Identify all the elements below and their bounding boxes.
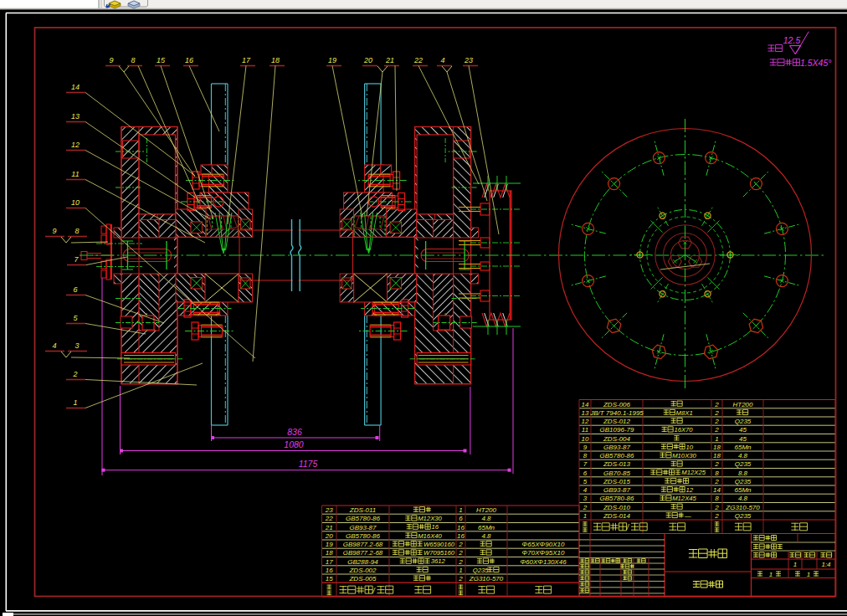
- svg-text:ZDS-010: ZDS-010: [603, 504, 631, 511]
- svg-text:4.8: 4.8: [738, 452, 748, 459]
- svg-text:16: 16: [326, 567, 333, 574]
- svg-text:15: 15: [157, 56, 166, 64]
- svg-text:M8X1: M8X1: [676, 409, 693, 417]
- svg-text:Φ70XΦ95X10: Φ70XΦ95X10: [522, 549, 565, 557]
- svg-text:1: 1: [769, 571, 773, 578]
- svg-text:2: 2: [714, 409, 719, 417]
- svg-text:22: 22: [413, 56, 423, 64]
- svg-text:14: 14: [713, 486, 721, 494]
- svg-text:16: 16: [431, 523, 439, 531]
- svg-text:45: 45: [739, 426, 747, 434]
- svg-text:Φ60XΦ130X46: Φ60XΦ130X46: [520, 558, 567, 566]
- svg-text:4: 4: [583, 486, 588, 494]
- svg-text:17: 17: [242, 56, 251, 64]
- svg-text:ZG310-570: ZG310-570: [725, 504, 760, 511]
- svg-text:ZDS-005: ZDS-005: [348, 575, 377, 583]
- svg-text:M10X30: M10X30: [672, 452, 696, 459]
- svg-text:9: 9: [52, 227, 56, 235]
- svg-text:45: 45: [739, 435, 747, 443]
- svg-text:Q235: Q235: [473, 567, 490, 574]
- svg-text:20: 20: [325, 532, 333, 540]
- svg-text:Φ65XΦ90X10: Φ65XΦ90X10: [522, 541, 565, 548]
- svg-text:12.5: 12.5: [783, 35, 801, 45]
- svg-text:5: 5: [583, 478, 588, 485]
- svg-text:GB1096-79: GB1096-79: [600, 426, 634, 434]
- svg-text:1: 1: [715, 435, 718, 443]
- svg-text:1: 1: [459, 506, 462, 514]
- svg-text:M12X45: M12X45: [672, 495, 696, 502]
- svg-text:23: 23: [325, 506, 333, 514]
- svg-text:65Mn: 65Mn: [734, 444, 752, 451]
- svg-text:21: 21: [325, 524, 333, 531]
- svg-text:8: 8: [715, 495, 719, 502]
- svg-text:1:4: 1:4: [821, 561, 831, 568]
- svg-text:1175: 1175: [299, 459, 318, 469]
- svg-text:4: 4: [52, 341, 56, 350]
- svg-text:7: 7: [583, 460, 588, 468]
- svg-text:2: 2: [714, 478, 719, 485]
- svg-text:1.5X45°: 1.5X45°: [800, 58, 831, 68]
- svg-text:Q235: Q235: [735, 418, 752, 425]
- svg-text:4.8: 4.8: [738, 495, 748, 502]
- svg-text:9: 9: [583, 444, 588, 451]
- svg-text:10: 10: [71, 198, 80, 207]
- svg-text:GB9877.2-68: GB9877.2-68: [343, 549, 383, 557]
- svg-text:22: 22: [325, 515, 333, 522]
- svg-text:GB5780-86: GB5780-86: [346, 515, 380, 522]
- svg-text:21: 21: [385, 56, 394, 64]
- svg-text:1: 1: [73, 398, 77, 407]
- svg-text:ZDS-012: ZDS-012: [603, 418, 631, 425]
- svg-text:15: 15: [326, 575, 333, 583]
- svg-text:6: 6: [459, 515, 463, 522]
- svg-text:GB9877.2-68: GB9877.2-68: [343, 541, 383, 548]
- svg-text:8: 8: [74, 227, 79, 235]
- svg-text:M12X30: M12X30: [418, 515, 442, 522]
- svg-text:HT200: HT200: [476, 506, 497, 514]
- svg-text:Q235: Q235: [735, 478, 752, 485]
- svg-text:M16X40: M16X40: [418, 532, 442, 540]
- svg-text:ZDS-006: ZDS-006: [603, 401, 631, 408]
- svg-text:16: 16: [185, 56, 193, 64]
- svg-text:18: 18: [713, 444, 721, 451]
- svg-text:11: 11: [582, 426, 588, 434]
- svg-text:16X70: 16X70: [674, 426, 693, 434]
- svg-text:16: 16: [457, 524, 465, 531]
- svg-text:1080: 1080: [284, 439, 304, 449]
- svg-text:6: 6: [73, 285, 77, 294]
- svg-text:19: 19: [328, 56, 336, 64]
- svg-text:2: 2: [714, 512, 719, 520]
- svg-text:GB288-94: GB288-94: [347, 558, 378, 566]
- svg-text:W7095160: W7095160: [424, 549, 455, 557]
- svg-text:4.8: 4.8: [481, 532, 491, 540]
- svg-text:2: 2: [458, 575, 463, 583]
- svg-text:GB5780-86: GB5780-86: [600, 452, 634, 459]
- svg-text:2: 2: [714, 460, 719, 468]
- svg-text:1: 1: [583, 512, 587, 520]
- svg-text:20: 20: [363, 56, 372, 64]
- svg-text:ZG310-570: ZG310-570: [469, 575, 504, 583]
- svg-text:18: 18: [271, 56, 280, 64]
- svg-text:Q235: Q235: [735, 460, 752, 468]
- svg-text:2: 2: [458, 558, 463, 566]
- svg-text:W6590160: W6590160: [424, 541, 455, 548]
- svg-text:1: 1: [807, 571, 810, 578]
- svg-text:14: 14: [71, 83, 80, 91]
- svg-text:4: 4: [440, 56, 444, 64]
- svg-text:ZDS-014: ZDS-014: [603, 512, 631, 520]
- svg-text:GB93-87: GB93-87: [603, 486, 631, 494]
- svg-text:GB93-87: GB93-87: [349, 524, 377, 531]
- svg-text:10: 10: [582, 435, 589, 443]
- svg-text:8: 8: [583, 452, 588, 459]
- svg-text:1: 1: [459, 567, 462, 574]
- svg-text:65Mn: 65Mn: [734, 486, 752, 494]
- svg-text:11: 11: [71, 170, 79, 178]
- svg-text:18: 18: [326, 549, 333, 557]
- svg-text:6: 6: [583, 470, 588, 477]
- svg-text:—: —: [684, 512, 691, 520]
- svg-text:12: 12: [582, 418, 589, 425]
- svg-text:M12X25: M12X25: [681, 469, 706, 476]
- svg-text:10: 10: [685, 444, 693, 451]
- svg-text:14: 14: [582, 401, 589, 408]
- svg-text:16: 16: [457, 532, 465, 540]
- svg-text:ZDS-002: ZDS-002: [348, 567, 377, 574]
